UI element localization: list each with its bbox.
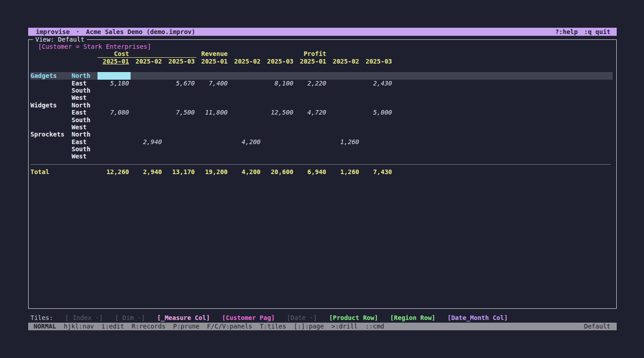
data-cell[interactable] (97, 102, 131, 109)
data-cell[interactable] (163, 87, 196, 94)
data-cell[interactable] (328, 145, 361, 153)
data-cell[interactable] (328, 153, 361, 160)
data-cell[interactable] (295, 138, 328, 145)
region-label[interactable]: South (72, 87, 97, 94)
data-cell[interactable] (97, 94, 131, 101)
table-row[interactable]: East7,0807,50011,80012,5004,7205,000 (30, 109, 613, 116)
data-cell[interactable] (360, 116, 394, 124)
tile-chip[interactable]: [Product Row] (329, 314, 378, 321)
tile-chip[interactable]: [Date_Month Col] (448, 314, 508, 321)
data-cell[interactable] (163, 145, 196, 153)
region-label[interactable]: West (72, 124, 97, 131)
data-cell[interactable] (196, 72, 229, 79)
table-row[interactable]: South (30, 145, 613, 153)
product-label[interactable]: Widgets (30, 102, 72, 109)
region-label[interactable]: North (72, 102, 97, 109)
table-row[interactable]: West (30, 124, 613, 131)
data-cell[interactable]: 12,500 (262, 109, 295, 116)
data-cell[interactable] (196, 138, 229, 145)
data-cell[interactable] (131, 124, 164, 131)
data-cell[interactable] (328, 116, 361, 124)
table-row[interactable]: West (30, 94, 613, 101)
data-cell[interactable] (360, 153, 394, 160)
data-cell[interactable] (229, 94, 262, 101)
data-cell[interactable]: 1,260 (328, 138, 361, 145)
data-cell[interactable] (360, 72, 394, 79)
table-row[interactable]: South (30, 87, 613, 94)
data-cell[interactable] (262, 131, 295, 138)
data-cell[interactable]: 5,670 (163, 80, 196, 87)
data-cell[interactable] (131, 145, 164, 153)
region-label[interactable]: North (72, 72, 97, 79)
product-label[interactable] (30, 80, 72, 87)
data-cell[interactable] (262, 87, 295, 94)
data-cell[interactable] (97, 145, 131, 153)
product-label[interactable]: Sprockets (30, 131, 72, 138)
data-cell[interactable] (196, 94, 229, 101)
data-cell[interactable] (196, 102, 229, 109)
data-cell[interactable] (328, 94, 361, 101)
measure-header-profit[interactable]: Profit (295, 50, 328, 57)
tile-chip[interactable]: [ Dim ·] (115, 314, 145, 321)
data-cell[interactable]: 4,720 (295, 109, 328, 116)
data-cell[interactable]: 2,940 (131, 138, 164, 145)
data-cell[interactable] (97, 131, 131, 138)
data-cell[interactable] (360, 131, 394, 138)
data-cell[interactable] (360, 102, 394, 109)
month-header-cell[interactable]: 2025-01 (196, 58, 229, 65)
data-cell[interactable] (229, 116, 262, 124)
region-label[interactable]: South (72, 116, 97, 124)
data-cell[interactable] (328, 80, 361, 87)
data-cell[interactable] (229, 102, 262, 109)
table-row[interactable]: WidgetsNorth (30, 102, 613, 109)
data-cell[interactable] (295, 131, 328, 138)
data-cell[interactable] (163, 153, 196, 160)
month-header-cell[interactable]: 2025-03 (262, 58, 295, 65)
data-cell[interactable] (196, 87, 229, 94)
data-cell[interactable]: 2,220 (295, 80, 328, 87)
product-label[interactable] (30, 145, 72, 153)
data-cell[interactable] (295, 87, 328, 94)
region-label[interactable]: West (72, 153, 97, 160)
product-label[interactable] (30, 94, 72, 101)
data-cell[interactable] (131, 116, 164, 124)
tile-chip[interactable]: [Region Row] (390, 314, 435, 321)
data-cell[interactable] (328, 109, 361, 116)
region-label[interactable]: North (72, 131, 97, 138)
month-header-cell[interactable]: 2025-02 (328, 58, 361, 65)
table-row[interactable]: East2,9404,2001,260 (30, 138, 613, 145)
product-label[interactable]: Gadgets (30, 72, 72, 79)
data-cell[interactable] (97, 87, 131, 94)
data-cell[interactable] (131, 94, 164, 101)
region-label[interactable]: East (72, 138, 97, 145)
data-cell[interactable] (262, 94, 295, 101)
data-cell[interactable] (295, 153, 328, 160)
tile-chip[interactable]: [_Measure Col] (157, 314, 210, 321)
product-label[interactable] (30, 138, 72, 145)
data-cell[interactable] (262, 116, 295, 124)
data-cell[interactable] (163, 116, 196, 124)
data-cell[interactable] (229, 80, 262, 87)
region-label[interactable]: East (72, 109, 97, 116)
data-cell[interactable] (295, 124, 328, 131)
month-header-cell[interactable]: 2025-03 (163, 58, 196, 65)
data-cell[interactable] (163, 102, 196, 109)
data-cell[interactable] (360, 138, 394, 145)
region-label[interactable]: West (72, 94, 97, 101)
data-cell[interactable] (328, 124, 361, 131)
month-header-cell[interactable]: 2025-02 (229, 58, 262, 65)
data-cell[interactable]: 5,180 (97, 80, 131, 87)
data-cell[interactable] (360, 124, 394, 131)
month-header-cell[interactable]: 2025-01 (295, 58, 328, 65)
data-cell[interactable] (163, 138, 196, 145)
data-cell[interactable]: 11,800 (196, 109, 229, 116)
data-cell[interactable] (328, 72, 361, 79)
data-cell[interactable]: 8,100 (262, 80, 295, 87)
data-cell[interactable] (262, 138, 295, 145)
data-cell[interactable] (97, 124, 131, 131)
table-row[interactable]: South (30, 116, 613, 124)
data-cell[interactable] (262, 102, 295, 109)
data-cell[interactable]: 2,430 (360, 80, 394, 87)
data-cell[interactable] (131, 102, 164, 109)
table-row[interactable]: SprocketsNorth (30, 131, 613, 138)
